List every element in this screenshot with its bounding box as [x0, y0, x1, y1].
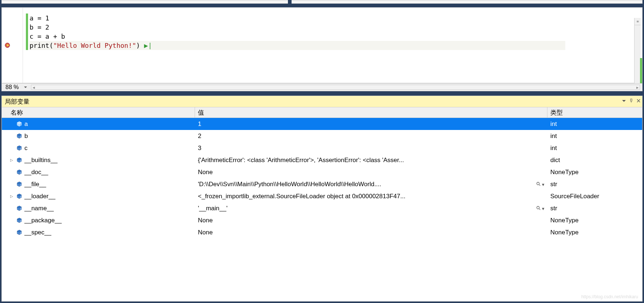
- variable-value-label: <_frozen_importlib_external.SourceFileLo…: [198, 193, 405, 200]
- locals-panel-title[interactable]: 局部变量: [2, 96, 642, 107]
- locals-cell-name[interactable]: ▷__builtins__: [2, 157, 195, 164]
- code-line[interactable]: b = 2: [30, 23, 565, 32]
- locals-cell-type: str: [547, 205, 642, 212]
- locals-cell-value[interactable]: None: [195, 229, 547, 236]
- variable-icon: [16, 157, 22, 163]
- variable-value-label: None: [198, 217, 213, 224]
- locals-cell-type: int: [547, 145, 642, 152]
- locals-row[interactable]: ▷__file__'D:\\Dev\\Svn\\Main\\Python\\He…: [2, 178, 642, 190]
- locals-column-headers[interactable]: 名称 值 类型: [2, 107, 642, 118]
- locals-row[interactable]: ▷c3int: [2, 142, 642, 154]
- locals-row[interactable]: ▷__doc__NoneNoneType: [2, 166, 642, 178]
- variable-icon: [16, 218, 22, 223]
- variable-value-label: {'ArithmeticError': <class 'ArithmeticEr…: [198, 157, 404, 164]
- toolbar-splitter[interactable]: [288, 0, 292, 7]
- variable-icon: [16, 181, 22, 187]
- variable-icon: [16, 133, 22, 139]
- code-editor[interactable]: a = 1 b = 2 c = a + b print("Hello World…: [1, 7, 643, 83]
- variable-icon: [16, 121, 22, 127]
- code-content[interactable]: a = 1 b = 2 c = a + b print("Hello World…: [30, 14, 565, 50]
- panel-position-dropdown-icon[interactable]: [622, 97, 626, 105]
- locals-cell-name[interactable]: ▷__loader__: [2, 193, 195, 200]
- variable-value-label: None: [198, 169, 213, 176]
- locals-cell-type: int: [547, 120, 642, 128]
- code-line[interactable]: a = 1: [30, 14, 565, 23]
- locals-row[interactable]: ▷__builtins__{'ArithmeticError': <class …: [2, 154, 642, 166]
- locals-cell-name[interactable]: ▷__file__: [2, 181, 195, 188]
- pin-icon[interactable]: [629, 97, 633, 105]
- variable-value-label: '__main__': [198, 205, 227, 212]
- locals-cell-value[interactable]: {'ArithmeticError': <class 'ArithmeticEr…: [195, 157, 547, 164]
- header-name[interactable]: 名称: [2, 107, 195, 118]
- locals-row[interactable]: ▷__name__'__main__' ▾str: [2, 202, 642, 214]
- locals-panel: 局部变量 名称 值 类型 ▷a1int▷b2int▷c3int▷__builti…: [1, 96, 643, 302]
- locals-cell-name[interactable]: ▷__package__: [2, 217, 195, 224]
- svg-point-5: [537, 182, 539, 185]
- locals-row[interactable]: ▷__package__NoneNoneType: [2, 214, 642, 226]
- variable-name-label: __builtins__: [24, 157, 58, 164]
- execution-marker-icon: ▶|: [144, 42, 152, 49]
- locals-cell-type: dict: [547, 157, 642, 164]
- locals-cell-name[interactable]: ▷__name__: [2, 205, 195, 212]
- locals-cell-value[interactable]: '__main__' ▾: [195, 205, 547, 212]
- locals-cell-name[interactable]: ▷c: [2, 145, 195, 152]
- variable-icon: [16, 206, 22, 211]
- editor-horizontal-scrollbar[interactable]: ◀ ▶: [31, 85, 640, 90]
- split-indicator-icon[interactable]: ≡: [635, 18, 641, 25]
- header-type[interactable]: 类型: [547, 107, 642, 118]
- expander-icon[interactable]: ▷: [9, 194, 14, 199]
- locals-cell-name[interactable]: ▷__spec__: [2, 229, 195, 236]
- visualizer-dropdown[interactable]: ▾: [536, 206, 545, 211]
- locals-cell-name[interactable]: ▷a: [2, 120, 195, 128]
- header-value[interactable]: 值: [195, 107, 547, 118]
- variable-name-label: __spec__: [24, 229, 51, 236]
- variable-value-label: 1: [198, 120, 201, 127]
- variable-name-label: __name__: [24, 205, 54, 212]
- variable-icon: [16, 145, 22, 151]
- scroll-left-icon[interactable]: ◀: [31, 85, 36, 89]
- locals-row[interactable]: ▷b2int: [2, 130, 642, 142]
- visualizer-dropdown[interactable]: ▾: [536, 181, 545, 187]
- expander-icon[interactable]: ▷: [9, 158, 14, 163]
- code-line[interactable]: c = a + b: [30, 32, 565, 41]
- editor-gutter[interactable]: [2, 8, 23, 83]
- locals-row[interactable]: ▷a1int: [2, 118, 642, 130]
- locals-row[interactable]: ▷__spec__NoneNoneType: [2, 226, 642, 238]
- variable-name-label: a: [24, 120, 28, 128]
- locals-cell-value[interactable]: 2: [195, 133, 547, 140]
- change-indicator: [26, 14, 28, 50]
- panel-title-label: 局部变量: [5, 97, 30, 106]
- scroll-right-icon[interactable]: ▶: [635, 85, 640, 89]
- locals-cell-value[interactable]: 'D:\\Dev\\Svn\\Main\\Python\\HelloWorld\…: [195, 181, 547, 188]
- variable-icon: [16, 193, 22, 199]
- locals-cell-name[interactable]: ▷__doc__: [2, 169, 195, 176]
- locals-cell-value[interactable]: 3: [195, 145, 547, 152]
- svg-line-8: [539, 208, 540, 210]
- locals-row[interactable]: ▷__loader__<_frozen_importlib_external.S…: [2, 190, 642, 202]
- panel-splitter[interactable]: [0, 91, 644, 95]
- locals-body[interactable]: ▷a1int▷b2int▷c3int▷__builtins__{'Arithme…: [2, 118, 642, 301]
- variable-icon: [16, 230, 22, 235]
- locals-cell-type: str: [547, 181, 642, 188]
- svg-rect-1: [631, 99, 632, 101]
- zoom-dropdown[interactable]: [22, 84, 29, 91]
- close-icon[interactable]: [636, 97, 641, 105]
- variable-value-label: None: [198, 229, 213, 236]
- variable-name-label: __file__: [24, 181, 46, 188]
- top-toolbar-strip: [0, 0, 644, 7]
- locals-cell-value[interactable]: None: [195, 169, 547, 176]
- svg-line-6: [539, 184, 540, 186]
- locals-cell-name[interactable]: ▷b: [2, 133, 195, 140]
- locals-cell-type: int: [547, 133, 642, 140]
- locals-cell-value[interactable]: <_frozen_importlib_external.SourceFileLo…: [195, 193, 547, 200]
- locals-cell-value[interactable]: None: [195, 217, 547, 224]
- variable-name-label: __package__: [24, 217, 62, 224]
- locals-cell-value[interactable]: 1: [195, 120, 547, 128]
- locals-cell-type: NoneType: [547, 217, 642, 224]
- locals-cell-type: NoneType: [547, 169, 642, 176]
- locals-cell-type: NoneType: [547, 229, 642, 236]
- code-line-current[interactable]: print("Hello World Python!") ▶|: [30, 41, 565, 50]
- variable-name-label: __doc__: [24, 169, 48, 176]
- overview-change-marker: [640, 58, 642, 84]
- variable-value-label: 2: [198, 133, 201, 139]
